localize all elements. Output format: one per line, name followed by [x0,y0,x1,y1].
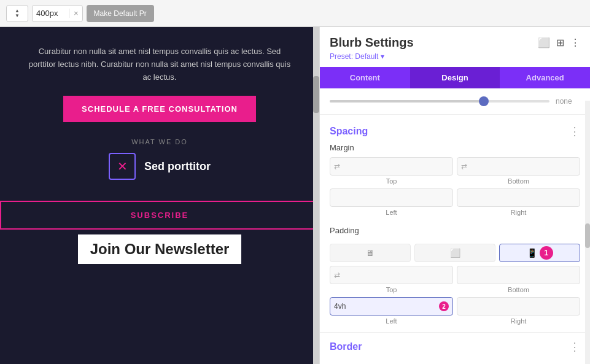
panel-title: Blurb Settings [330,36,414,50]
clear-icon[interactable]: × [69,9,82,18]
preview-content: Curabitur non nulla sit amet nisl tempus… [0,27,319,276]
badge-2: 2 [439,301,449,311]
badge-1: 1 [540,246,553,260]
padding-label: Padding [330,226,580,235]
blurb-item: ✕ Sed porttitor [84,153,235,180]
margin-bottom-input[interactable] [470,162,576,171]
toolbar: ▲ ▼ × Make Default Pr [0,0,590,27]
panel-preset[interactable]: Preset: Default ▾ [330,52,580,61]
slider-value: none [556,97,580,106]
panel-body: none Spacing ⋮ Margin ⇄ Top [320,88,590,364]
subscribe-label: SUBSCRIBE [10,211,309,220]
panel-scrollbar[interactable] [585,101,590,364]
padding-right-input[interactable] [461,302,576,311]
slider-thumb[interactable] [479,96,489,106]
padding-bottom-label: Bottom [508,286,529,293]
margin-top-label: Top [386,177,397,185]
slider-track[interactable] [330,100,549,103]
preview-area: Curabitur non nulla sit amet nisl tempus… [0,27,319,364]
preview-body-text: Curabitur non nulla sit amet nisl tempus… [25,45,295,83]
padding-device-row: 🖥 ⬜ 📱 1 [330,240,580,262]
columns-icon[interactable]: ⊞ [556,37,564,48]
margin-label: Margin [330,143,580,152]
slider-section: none [320,88,590,115]
preview-text-block: Curabitur non nulla sit amet nisl tempus… [0,39,319,90]
margin-left-group: Left [330,188,453,216]
spacing-section-header: Spacing ⋮ [320,115,590,143]
padding-right-group: Right [457,297,580,325]
mobile-device-icon[interactable]: 📱 1 [499,244,580,262]
margin-bottom-group: ⇄ Bottom [457,157,580,185]
border-menu-icon[interactable]: ⋮ [569,340,580,354]
padding-left-wrapper: 2 [330,297,453,316]
desktop-device-icon[interactable]: 🖥 [330,244,411,262]
tablet-device-icon[interactable]: ⬜ [414,244,495,262]
padding-fields-row: ⇄ Top Bottom [330,266,580,325]
panel-scrollbar-thumb [585,223,590,248]
padding-subsection: Padding 🖥 ⬜ 📱 1 [320,226,590,332]
desktop-icon: 🖥 [366,248,375,258]
padding-right-wrapper [457,297,580,316]
padding-bottom-wrapper [457,266,580,284]
tablet-icon: ⬜ [450,248,460,258]
padding-top-group: ⇄ Top [330,266,453,293]
width-input-group: × [32,5,83,22]
margin-left-wrapper [330,188,453,207]
padding-top-label: Top [386,286,397,293]
what-we-do-label: WHAT WE DO [131,138,188,145]
padding-top-input[interactable] [343,271,449,279]
settings-panel: Blurb Settings ⬜ ⊞ ⋮ Preset: Default ▾ C… [319,27,590,364]
padding-right-label: Right [511,317,527,325]
panel-header: Blurb Settings ⬜ ⊞ ⋮ Preset: Default ▾ [320,27,590,67]
margin-left-input[interactable] [334,193,449,202]
panel-tabs: Content Design Advanced [320,67,590,88]
make-default-button[interactable]: Make Default Pr [87,5,154,22]
tab-design[interactable]: Design [410,67,500,88]
main-area: Curabitur non nulla sit amet nisl tempus… [0,27,590,364]
spacing-menu-icon[interactable]: ⋮ [569,125,580,138]
slider-fill [330,100,484,103]
link-icon-margin-top: ⇄ [334,162,340,171]
tab-content[interactable]: Content [320,67,410,88]
padding-top-wrapper: ⇄ [330,266,453,284]
padding-bottom-group: Bottom [457,266,580,293]
stepper-down-icon: ▼ [15,14,20,18]
width-input[interactable] [33,9,69,18]
cta-button[interactable]: SCHEDULE A FREE CONSULTATION [63,96,256,122]
margin-right-input[interactable] [461,193,576,202]
border-section-header: Border ⋮ [320,332,590,358]
margin-bottom-wrapper: ⇄ [457,157,580,176]
margin-bottom-label: Bottom [508,177,529,185]
panel-header-icons: ⬜ ⊞ ⋮ [538,37,580,48]
mobile-icon: 📱 [527,248,537,258]
width-stepper[interactable]: ▲ ▼ [6,5,28,22]
margin-top-wrapper: ⇄ [330,157,453,176]
panel-title-row: Blurb Settings ⬜ ⊞ ⋮ [330,36,580,50]
margin-grid: ⇄ Top ⇄ Bottom [330,157,580,216]
expand-icon[interactable]: ⬜ [538,37,550,48]
margin-right-label: Right [511,209,527,216]
padding-bottom-input[interactable] [461,271,576,279]
padding-left-input[interactable] [334,302,434,311]
preview-scrollbar-thumb [313,76,319,113]
margin-left-label: Left [386,209,397,216]
margin-subsection: Margin ⇄ Top ⇄ [320,143,590,226]
margin-top-group: ⇄ Top [330,157,453,185]
margin-right-group: Right [457,188,580,216]
subscribe-section: SUBSCRIBE [0,201,319,230]
spacing-section-title: Spacing [330,126,368,137]
newsletter-title: Join Our Newsletter [78,234,242,264]
link-icon-margin-bottom: ⇄ [461,162,467,171]
blurb-icon: ✕ [109,153,136,180]
preview-scrollbar[interactable] [313,27,319,364]
padding-left-group: 2 Left [330,297,453,325]
border-section-title: Border [330,341,362,352]
more-icon[interactable]: ⋮ [570,37,580,48]
blurb-title: Sed porttitor [144,160,211,173]
margin-right-wrapper [457,188,580,207]
link-icon-padding-top: ⇄ [334,271,340,279]
margin-top-input[interactable] [343,162,449,171]
tab-advanced[interactable]: Advanced [500,67,590,88]
padding-left-label: Left [386,317,397,325]
